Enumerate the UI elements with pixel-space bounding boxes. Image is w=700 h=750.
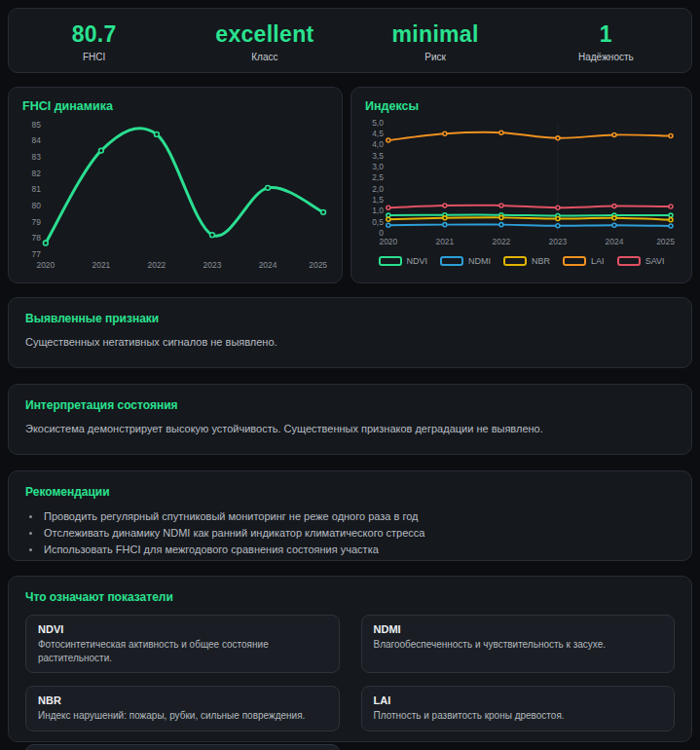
svg-text:4,0: 4,0	[372, 139, 384, 149]
svg-text:85: 85	[31, 120, 41, 130]
glossary-card-ndmi: NDMI Влагообеспеченность и чувствительно…	[361, 615, 676, 673]
detected-signs-section: Выявленные признаки Существенных негатив…	[8, 297, 692, 368]
svg-text:5,0: 5,0	[372, 118, 384, 128]
svg-text:2024: 2024	[259, 260, 277, 270]
legend-swatch-nbr	[503, 256, 527, 266]
stat-class: excellent Класс	[179, 19, 350, 62]
svg-text:84: 84	[31, 135, 41, 145]
interpretation-text: Экосистема демонстрирует высокую устойчи…	[25, 422, 675, 437]
svg-text:1,5: 1,5	[372, 195, 384, 205]
svg-text:83: 83	[31, 152, 41, 162]
fhci-line-chart: 7778798081828384852020202120222023202420…	[22, 118, 328, 271]
glossary-term: NDVI	[38, 623, 327, 635]
glossary-desc: Фотосинтетическая активность и общее сос…	[38, 638, 327, 664]
svg-text:2021: 2021	[436, 237, 455, 246]
svg-text:2020: 2020	[36, 260, 55, 270]
recommendations-list: Проводить регулярный спутниковый монитор…	[42, 508, 675, 558]
legend-item-lai[interactable]: LAI	[563, 256, 605, 266]
stat-risk-value: minimal	[350, 22, 521, 47]
summary-header: 80.7 FHCI excellent Класс minimal Риск 1…	[8, 8, 692, 73]
glossary-term: LAI	[374, 694, 663, 706]
svg-text:2023: 2023	[203, 260, 222, 270]
recommendation-item: Использовать FHCI для межгодового сравне…	[42, 542, 675, 558]
legend-item-ndmi[interactable]: NDMI	[440, 256, 491, 266]
legend-label: SAVI	[645, 256, 665, 266]
glossary-card-nbr: NBR Индекс нарушений: пожары, рубки, сил…	[25, 686, 340, 731]
indices-line-chart: 00,51,01,52,02,53,03,54,04,55,0202020212…	[365, 118, 678, 247]
legend-swatch-lai	[563, 256, 586, 266]
stat-fhci-label: FHCI	[9, 52, 179, 62]
svg-text:4,5: 4,5	[372, 129, 384, 138]
svg-text:77: 77	[31, 249, 41, 259]
svg-text:78: 78	[31, 233, 41, 243]
legend-label: NBR	[532, 256, 550, 266]
svg-text:2025: 2025	[309, 260, 327, 270]
interpretation-section: Интерпретация состояния Экосистема демон…	[8, 384, 692, 455]
legend-item-nbr[interactable]: NBR	[503, 256, 550, 266]
stat-fhci-value: 80.7	[9, 22, 179, 47]
svg-text:81: 81	[31, 184, 41, 194]
svg-text:2020: 2020	[380, 237, 398, 246]
svg-text:2023: 2023	[549, 237, 568, 246]
legend-label: LAI	[591, 256, 605, 266]
glossary-card-savi: SAVI Учитывает влияние почвы на растител…	[25, 744, 340, 750]
fhci-dynamics-card: FHCI динамика 77787980818283848520202021…	[8, 87, 343, 283]
glossary-term: NDMI	[374, 623, 663, 635]
legend-swatch-savi	[617, 256, 641, 266]
legend-swatch-ndvi	[379, 256, 402, 266]
glossary-desc: Влагообеспеченность и чувствительность к…	[374, 638, 663, 652]
stat-class-label: Класс	[179, 52, 350, 62]
legend-item-ndvi[interactable]: NDVI	[379, 256, 428, 266]
svg-text:2021: 2021	[92, 260, 111, 270]
svg-text:80: 80	[31, 201, 41, 210]
recommendations-title: Рекомендации	[25, 485, 675, 499]
stat-reliability-label: Надёжность	[521, 52, 691, 62]
glossary-desc: Плотность и развитость кроны древостоя.	[374, 709, 663, 723]
recommendation-item: Проводить регулярный спутниковый монитор…	[42, 508, 675, 525]
svg-text:2025: 2025	[656, 237, 675, 246]
legend-label: NDMI	[468, 256, 491, 266]
stat-reliability: 1 Надёжность	[521, 19, 691, 62]
fhci-report-dashboard: { "colors":{ "accent":"#2ae28f", "ndvi":…	[0, 0, 700, 750]
recommendation-item: Отслеживать динамику NDMI как ранний инд…	[42, 525, 675, 542]
glossary-grid: NDVI Фотосинтетическая активность и обще…	[25, 615, 675, 750]
interpretation-title: Интерпретация состояния	[25, 398, 675, 412]
legend-label: NDVI	[407, 256, 428, 266]
legend-item-savi[interactable]: SAVI	[617, 256, 665, 266]
fhci-chart-title: FHCI динамика	[22, 99, 328, 113]
glossary-title: Что означают показатели	[25, 590, 675, 604]
stat-class-value: excellent	[179, 22, 350, 47]
svg-text:82: 82	[31, 169, 41, 178]
stat-risk: minimal Риск	[350, 19, 521, 62]
stat-fhci: 80.7 FHCI	[9, 19, 179, 62]
glossary-section: Что означают показатели NDVI Фотосинтети…	[8, 576, 692, 742]
svg-text:1,0: 1,0	[372, 206, 384, 215]
recommendations-section: Рекомендации Проводить регулярный спутни…	[8, 470, 692, 561]
stat-reliability-value: 1	[521, 22, 691, 47]
svg-text:79: 79	[31, 217, 41, 227]
glossary-term: NBR	[38, 694, 327, 706]
svg-text:0,5: 0,5	[372, 217, 384, 227]
svg-text:2024: 2024	[606, 237, 624, 246]
svg-text:3,5: 3,5	[372, 151, 384, 161]
svg-text:2022: 2022	[148, 260, 166, 270]
indices-card: Индексы 00,51,01,52,02,53,03,54,04,55,02…	[350, 87, 692, 283]
stat-risk-label: Риск	[350, 52, 521, 62]
svg-text:2,5: 2,5	[372, 172, 384, 182]
indices-legend: NDVINDMINBRLAISAVI	[365, 251, 678, 271]
glossary-card-ndvi: NDVI Фотосинтетическая активность и обще…	[25, 615, 340, 673]
glossary-desc: Индекс нарушений: пожары, рубки, сильные…	[38, 709, 327, 723]
svg-text:3,0: 3,0	[372, 162, 384, 171]
svg-text:2022: 2022	[493, 237, 511, 246]
charts-row: FHCI динамика 77787980818283848520202021…	[8, 87, 692, 283]
indices-chart-title: Индексы	[365, 99, 678, 113]
detected-signs-title: Выявленные признаки	[25, 312, 675, 325]
svg-text:2,0: 2,0	[372, 184, 384, 194]
detected-signs-text: Существенных негативных сигналов не выяв…	[25, 335, 675, 351]
legend-swatch-ndmi	[440, 256, 463, 266]
glossary-card-lai: LAI Плотность и развитость кроны древост…	[361, 686, 676, 731]
